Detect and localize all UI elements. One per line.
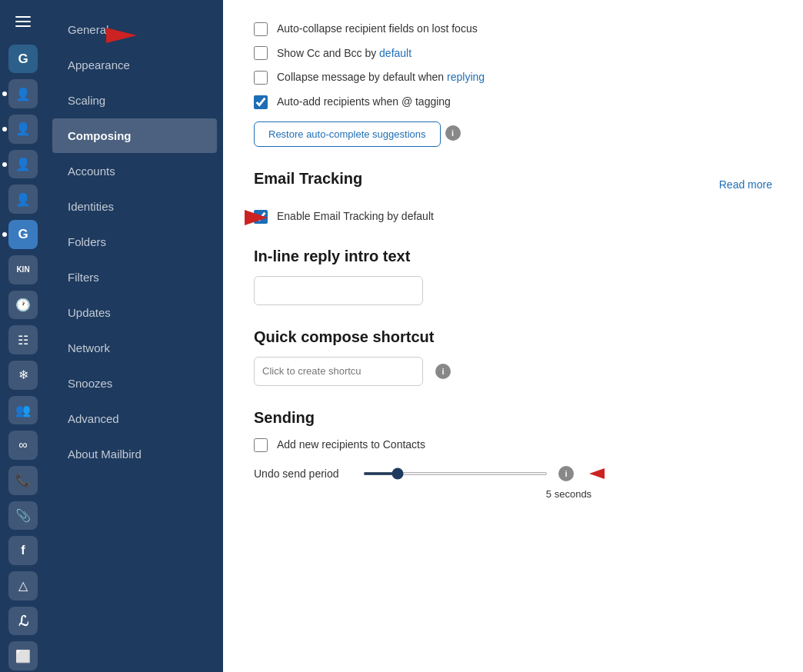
settings-sidebar: GeneralAppearanceScalingComposingAccount… [46, 0, 223, 672]
sending-title: Sending [254, 409, 772, 427]
email-tracking-section: Email Tracking Read more Enable Email Tr… [254, 170, 772, 225]
quick-compose-section: Quick compose shortcut i [254, 328, 772, 386]
sidebar-item-about[interactable]: About Mailbird [52, 437, 217, 471]
app-icon-user-circle[interactable]: 👥 [8, 396, 38, 425]
app-icon-g-active[interactable]: G [8, 220, 38, 249]
auto-add-checkbox[interactable] [254, 95, 268, 109]
inline-reply-input[interactable] [254, 276, 423, 305]
shortcut-input[interactable] [254, 357, 423, 386]
app-icon-person2[interactable]: 👤 [8, 115, 38, 144]
app-icon-person3[interactable]: 👤 [8, 150, 38, 179]
show-cc-label: Show Cc and Bcc by default [277, 46, 411, 62]
undo-send-row: Undo send period i [254, 462, 772, 485]
icon-bar: G 👤 👤 👤 👤 G KIN 🕐 ☷ ❄ 👥 [0, 0, 46, 672]
svg-marker-2 [191, 210, 268, 225]
svg-marker-1 [45, 28, 137, 43]
app-icon-person1[interactable]: 👤 [8, 79, 38, 108]
email-tracking-header-row: Email Tracking Read more [254, 170, 772, 198]
collapse-msg-checkbox[interactable] [254, 71, 268, 85]
checkbox-row-auto-collapse: Auto-collapse recipient fields on lost f… [254, 22, 772, 37]
show-cc-checkbox[interactable] [254, 46, 268, 60]
dot-indicator [2, 127, 7, 131]
email-tracking-checkbox-row: Enable Email Tracking by default [254, 209, 772, 225]
svg-marker-0 [589, 468, 651, 479]
app-icon-person4[interactable]: 👤 [8, 185, 38, 214]
add-recipients-checkbox[interactable] [254, 438, 268, 452]
composing-arrow-indicator [191, 204, 268, 231]
slider-container: i [363, 466, 574, 481]
checkbox-row-auto-add: Auto-add recipients when @ tagging [254, 95, 772, 110]
hamburger-arrow-indicator [45, 20, 137, 51]
sidebar-item-network[interactable]: Network [52, 331, 217, 365]
sidebar-item-accounts[interactable]: Accounts [52, 154, 217, 188]
hamburger-menu[interactable] [9, 8, 37, 35]
sidebar-item-composing[interactable]: Composing [52, 118, 217, 153]
shortcut-info-icon[interactable]: i [435, 364, 451, 379]
inline-reply-section: In-line reply intro text [254, 248, 772, 305]
app-icon-infinity[interactable]: ∞ [8, 431, 38, 460]
undo-send-slider[interactable] [363, 472, 548, 475]
email-tracking-title: Email Tracking [254, 170, 362, 188]
checkbox-row-show-cc: Show Cc and Bcc by default [254, 46, 772, 62]
main-content: Auto-collapse recipient fields on lost f… [223, 0, 803, 672]
app-icon-grid[interactable]: ☷ [8, 325, 38, 354]
shortcut-row: i [254, 357, 772, 386]
replying-link[interactable]: replying [447, 71, 485, 83]
auto-collapse-checkbox[interactable] [254, 22, 268, 36]
restore-info-icon[interactable]: i [445, 125, 461, 141]
composing-checkboxes-section: Auto-collapse recipient fields on lost f… [254, 22, 772, 147]
sending-section: Sending Add new recipients to Contacts U… [254, 409, 772, 500]
add-recipients-row: Add new recipients to Contacts [254, 437, 772, 453]
inline-reply-title: In-line reply intro text [254, 248, 772, 265]
restore-autocomplete-button[interactable]: Restore auto-complete suggestions [254, 121, 441, 147]
checkbox-row-collapse-msg: Collapse message by default when replyin… [254, 70, 772, 85]
sidebar-item-snoozes[interactable]: Snoozes [52, 366, 217, 401]
sidebar-item-filters[interactable]: Filters [52, 260, 217, 294]
undo-value-display: 5 seconds [365, 488, 772, 500]
undo-arrow-indicator [589, 462, 658, 485]
app-icon-clock[interactable]: 🕐 [8, 291, 38, 320]
read-more-link[interactable]: Read more [719, 178, 772, 191]
app-icon-paperclip[interactable]: 📎 [8, 501, 38, 531]
undo-info-icon[interactable]: i [558, 466, 574, 481]
auto-collapse-label: Auto-collapse recipient fields on lost f… [277, 22, 478, 37]
app-icon-whatsapp[interactable]: 📞 [8, 466, 38, 495]
collapse-msg-label: Collapse message by default when replyin… [277, 70, 485, 85]
app-icon-l[interactable]: ℒ [8, 607, 38, 636]
sidebar-item-advanced[interactable]: Advanced [52, 401, 217, 436]
app-icon-facebook[interactable]: f [8, 536, 38, 565]
app-icon-kin[interactable]: KIN [8, 255, 38, 284]
add-recipients-label: Add new recipients to Contacts [277, 437, 425, 453]
sidebar-item-appearance[interactable]: Appearance [52, 48, 217, 82]
email-tracking-label: Enable Email Tracking by default [277, 209, 434, 225]
app-icon-drive[interactable]: △ [8, 571, 38, 600]
dot-indicator [2, 232, 7, 237]
auto-add-label: Auto-add recipients when @ tagging [277, 95, 451, 110]
quick-compose-title: Quick compose shortcut [254, 328, 772, 346]
undo-label: Undo send period [254, 467, 354, 480]
app-icon-g[interactable]: G [8, 45, 38, 74]
sidebar-item-updates[interactable]: Updates [52, 295, 217, 330]
dot-indicator [2, 162, 7, 167]
app-icon-layers[interactable]: ⬜ [8, 641, 38, 670]
dot-indicator [2, 91, 7, 96]
default-link[interactable]: default [379, 47, 411, 59]
app-icon-dropbox[interactable]: ❄ [8, 361, 38, 390]
sidebar-item-scaling[interactable]: Scaling [52, 83, 217, 118]
